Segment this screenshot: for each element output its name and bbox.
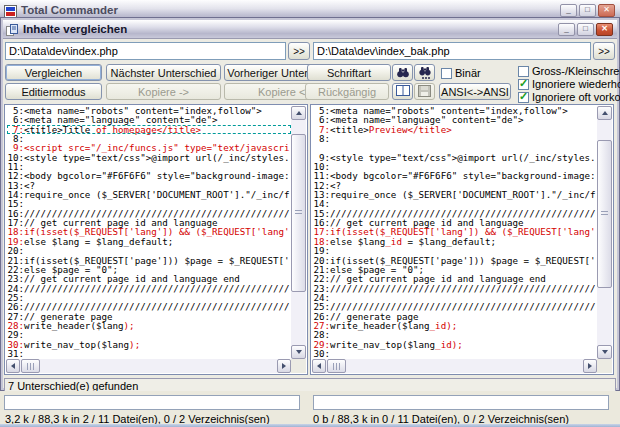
background-window-title: Total Commander: [21, 4, 556, 16]
background-maximize-button[interactable]: □: [579, 4, 596, 17]
code-text: write_header($lang: [330, 320, 430, 331]
vertical-scrollbar-thumb[interactable]: [291, 134, 306, 292]
right-panel-command-bar[interactable]: [313, 395, 609, 410]
arrow-down-icon: [296, 350, 302, 354]
code-text: require_once ($_SERVER['DOCUMENT_ROOT'].…: [330, 189, 596, 200]
code-line[interactable]: 12:<body bgcolor="#F6F6F6" style="backgr…: [7, 171, 291, 180]
background-minimize-button[interactable]: _: [560, 4, 577, 17]
vertical-scrollbar-left[interactable]: [291, 106, 306, 359]
horizontal-scrollbar-thumb[interactable]: [21, 359, 40, 373]
code-line[interactable]: 30:write_nav_top($lang);: [7, 340, 291, 349]
gross-checkbox-box[interactable]: [518, 66, 529, 77]
code-line[interactable]: 13:require_once ($_SERVER['DOCUMENT_ROOT…: [313, 190, 597, 199]
code-area-left[interactable]: 5:<meta name="robots" content="index,fol…: [6, 106, 291, 359]
ignoriere-wiederholte-checkbox[interactable]: Ignoriere wiederholte: [518, 78, 620, 90]
code-text: Preview</title>: [369, 124, 452, 135]
code-line[interactable]: 10:<style type="text/css">@import url(/_…: [7, 153, 291, 162]
scroll-up-button[interactable]: [291, 106, 306, 120]
arrow-right-icon: [588, 363, 592, 369]
code-line[interactable]: 14:require_once ($_SERVER['DOCUMENT_ROOT…: [7, 190, 291, 199]
code-text: <title>Title: [24, 124, 96, 135]
dialog-close-button[interactable]: ✕: [596, 23, 613, 36]
code-text: );: [124, 320, 135, 331]
code-line[interactable]: 18:else $lang_id = $lang_default;: [313, 237, 597, 246]
arrow-up-icon: [296, 111, 302, 115]
horizontal-scrollbar-left[interactable]: [6, 359, 291, 373]
search-button[interactable]: [392, 64, 413, 81]
right-path-input[interactable]: [313, 42, 591, 60]
scroll-left-button[interactable]: [312, 359, 326, 373]
code-line[interactable]: 30:: [313, 349, 597, 358]
dialog-titlebar[interactable]: Inhalte vergleichen _ □ ✕: [3, 20, 617, 39]
search-next-button[interactable]: [414, 64, 435, 81]
rueckgaengig-button[interactable]: Rückgängig: [305, 83, 389, 100]
compare-panels: 5:<meta name="robots" content="index,fol…: [4, 104, 616, 375]
vergleichen-button[interactable]: Vergleichen: [5, 64, 102, 81]
arrow-down-icon: [602, 350, 608, 354]
compare-files-icon: [6, 23, 19, 36]
ignoriere2-checkbox-box[interactable]: [518, 92, 529, 103]
code-text: write_header($lang: [24, 320, 124, 331]
right-open-file-button[interactable]: >>: [593, 42, 615, 60]
code-line[interactable]: 8:: [313, 134, 597, 143]
horizontal-scrollbar-thumb[interactable]: [327, 359, 346, 373]
code-line[interactable]: 7:<title>Preview</title>: [313, 125, 597, 134]
ansi-ansi-button[interactable]: ANSI<->ANSI: [439, 83, 511, 100]
background-close-button[interactable]: ✕: [598, 4, 615, 17]
left-open-file-button[interactable]: >>: [288, 42, 310, 60]
code-line[interactable]: 27:write_header($lang_id);: [313, 321, 597, 330]
binaer-checkbox[interactable]: Binär: [441, 67, 481, 79]
arrow-left-icon: [11, 363, 15, 369]
code-line[interactable]: 29:write_nav_top($lang_id);: [313, 340, 597, 349]
code-text: of homepage</title>: [96, 124, 201, 135]
gross-kleinschreibung-checkbox[interactable]: Gross-/Kleinschreibun: [518, 65, 620, 77]
binoculars-next-icon: [418, 66, 432, 80]
code-line[interactable]: 28:write_header($lang);: [7, 321, 291, 330]
scroll-track[interactable]: [597, 120, 612, 345]
ignoriere-oft-checkbox[interactable]: Ignoriere oft vorkomm: [518, 91, 620, 103]
scroll-right-button[interactable]: [277, 359, 291, 373]
code-text: ////////////////////////////////////////…: [330, 283, 596, 294]
code-panel-right[interactable]: 5:<meta name="robots" content="index,fol…: [310, 104, 614, 375]
binaer-checkbox-box[interactable]: [441, 68, 452, 79]
code-area-right[interactable]: 5:<meta name="robots" content="index,fol…: [312, 106, 597, 359]
split-view-button[interactable]: [392, 83, 413, 100]
background-window-buttons: _ □ ✕: [560, 4, 615, 17]
code-line[interactable]: 7:<title>Title of homepage</title>: [7, 125, 291, 134]
binoculars-icon: [396, 66, 410, 80]
scrollbar-corner: [597, 359, 612, 373]
line-number: 30:: [313, 349, 330, 358]
gross-checkbox-label: Gross-/Kleinschreibun: [532, 65, 620, 77]
scroll-down-button[interactable]: [597, 345, 612, 359]
split-view-icon: [396, 85, 410, 98]
code-line[interactable]: 31:: [7, 349, 291, 358]
horizontal-scrollbar-right[interactable]: [312, 359, 597, 373]
dialog-minimize-button[interactable]: _: [558, 23, 575, 36]
save-button[interactable]: [414, 83, 435, 100]
kopiere-rechts-button[interactable]: Kopiere ->: [106, 83, 221, 100]
code-line[interactable]: 23://///////////////////////////////////…: [313, 284, 597, 293]
scroll-right-button[interactable]: [583, 359, 597, 373]
ignoriere2-checkbox-label: Ignoriere oft vorkomm: [532, 91, 620, 103]
scroll-left-button[interactable]: [6, 359, 20, 373]
left-panel-command-bar[interactable]: [4, 395, 300, 410]
editiermodus-button[interactable]: Editiermodus: [5, 83, 102, 100]
code-text: <style type="text/css">@import url(/_inc…: [330, 152, 596, 163]
dialog-maximize-button[interactable]: □: [577, 23, 594, 36]
scroll-up-button[interactable]: [597, 106, 612, 120]
naechster-unterschied-button[interactable]: Nächster Unterschied: [106, 64, 221, 81]
scroll-down-button[interactable]: [291, 345, 306, 359]
code-line[interactable]: 24://///////////////////////////////////…: [7, 284, 291, 293]
code-line[interactable]: 9:<style type="text/css">@import url(/_i…: [313, 153, 597, 162]
code-line[interactable]: 19:else $lang = $lang_default;: [7, 237, 291, 246]
scroll-track[interactable]: [291, 120, 306, 345]
code-panel-left[interactable]: 5:<meta name="robots" content="index,fol…: [4, 104, 308, 375]
schriftart-button[interactable]: Schriftart: [307, 64, 391, 81]
total-commander-icon: [4, 4, 17, 17]
vertical-scrollbar-thumb[interactable]: [597, 140, 612, 288]
left-path-input[interactable]: [5, 42, 286, 60]
code-line[interactable]: 11:<body bgcolor="#F6F6F6" style="backgr…: [313, 171, 597, 180]
code-text: );: [129, 339, 140, 350]
ignoriere1-checkbox-box[interactable]: [518, 79, 529, 90]
vertical-scrollbar-right[interactable]: [597, 106, 612, 359]
